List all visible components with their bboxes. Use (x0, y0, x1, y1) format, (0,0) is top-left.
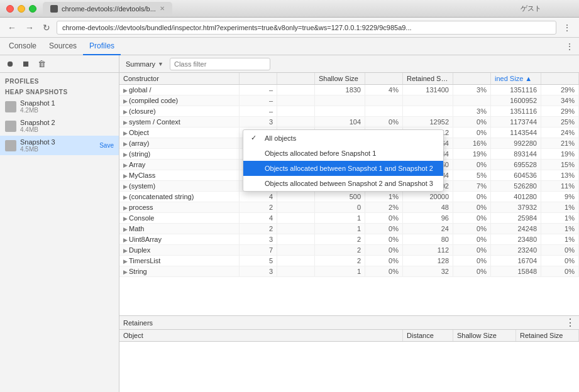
reload-button[interactable]: ↻ (40, 21, 53, 34)
browser-tab[interactable]: chrome-devtools://devtools/b... ✕ (43, 2, 172, 16)
tab-console[interactable]: Console (3, 38, 43, 55)
td-retained: 12952 (403, 117, 453, 127)
td-total-pct: 9% (541, 192, 579, 202)
td-shallow: 1830 (315, 85, 365, 95)
back-button[interactable]: ← (5, 21, 19, 34)
td-objects: 4 (240, 213, 277, 223)
dropdown-item-all-objects[interactable]: ✓ All objects (243, 130, 443, 146)
td-obj-pct (277, 245, 315, 255)
td-constructor: ▶Object (119, 128, 240, 138)
rth-shallow-size: Shallow Size (453, 330, 516, 341)
td-shallow: 104 (315, 117, 365, 127)
td-constructor: ▶TimersList (119, 256, 240, 266)
more-button[interactable]: ⋮ (560, 21, 574, 34)
td-constructor: ▶(string) (119, 149, 240, 159)
td-total-pct: 29% (541, 85, 579, 95)
snapshot-icon-3 (5, 140, 16, 151)
snapshot-item-2[interactable]: Snapshot 2 4.4MB (0, 116, 119, 136)
td-constructor: ▶system / Context (119, 117, 240, 127)
table-header: Constructor Shallow Size Retained Size i… (119, 73, 579, 85)
maximize-window-button[interactable] (29, 5, 36, 13)
table-row[interactable]: ▶String310%320%158480% (119, 266, 579, 277)
table-row[interactable]: ▶Console410%960%259841% (119, 213, 579, 224)
td-constructor: ▶(system) (119, 181, 240, 191)
dropdown-item-between-2-3[interactable]: Objects allocated between Snapshot 2 and… (243, 176, 443, 191)
table-row[interactable]: ▶Duplex720%1120%232400% (119, 245, 579, 256)
td-objects: – (240, 95, 277, 106)
close-window-button[interactable] (6, 5, 14, 13)
td-retained: 128 (403, 256, 453, 266)
table-row[interactable]: ▶process202%480%379321% (119, 202, 579, 213)
td-shallow (315, 106, 365, 116)
snapshot-save-button[interactable]: Save (99, 142, 114, 149)
td-shallow: 1 (315, 224, 365, 234)
td-total-pct: 1% (541, 234, 579, 244)
td-ret-pct: 7% (453, 181, 491, 191)
td-total-retained: 24248 (491, 224, 541, 234)
td-shallow: 1 (315, 266, 365, 276)
td-obj-pct (277, 224, 315, 234)
td-ret-pct: 0% (453, 245, 491, 255)
th-retained-pct (453, 73, 491, 84)
dropdown-item-before-snapshot1[interactable]: Objects allocated before Snapshot 1 (243, 146, 443, 161)
sidebar-toolbar: ⏺ ⏹ 🗑 (0, 55, 119, 73)
devtools-more-button[interactable]: ⋮ (563, 40, 576, 53)
table-row[interactable]: ▶system / Context31040%129520%117374425% (119, 117, 579, 128)
retainers-more-icon[interactable]: ⋮ (565, 317, 575, 329)
forward-button[interactable]: → (23, 21, 36, 34)
address-input[interactable]: chrome-devtools://devtools/bundled/inspe… (57, 21, 556, 35)
minimize-window-button[interactable] (18, 5, 25, 13)
dropdown-item-label: All objects (265, 134, 296, 142)
snapshot-info-3: Snapshot 3 4.5MB (20, 138, 96, 153)
td-sh-pct: 0% (365, 234, 403, 244)
td-obj-pct (277, 192, 315, 202)
table-row[interactable]: ▶(closure)–3%135111629% (119, 106, 579, 117)
td-ret-pct: 19% (453, 149, 491, 159)
record-button[interactable]: ⏺ (4, 58, 17, 70)
class-filter-input[interactable] (170, 58, 270, 70)
td-retained: 112 (403, 245, 453, 255)
table-row[interactable]: ▶Math210%240%242481% (119, 224, 579, 234)
td-ret-pct (453, 95, 491, 106)
snapshot-item-3[interactable]: Snapshot 3 4.5MB Save (0, 136, 119, 155)
stop-button[interactable]: ⏹ (19, 58, 33, 70)
td-shallow: 0 (315, 202, 365, 212)
td-total-pct: 1% (541, 224, 579, 234)
td-total-pct: 0% (541, 245, 579, 255)
snapshot-item-1[interactable]: Snapshot 1 4.2MB (0, 97, 119, 116)
td-constructor: ▶String (119, 266, 240, 276)
td-total-pct: 25% (541, 117, 579, 127)
view-dropdown-button[interactable]: Summary ▼ (122, 59, 167, 69)
rth-object: Object (119, 330, 403, 341)
clear-button[interactable]: 🗑 (35, 58, 48, 70)
td-sh-pct: 1% (365, 192, 403, 202)
dropdown-item-between-1-2[interactable]: Objects allocated between Snapshot 1 and… (243, 161, 443, 176)
check-icon: ✓ (251, 134, 260, 142)
td-sh-pct: 0% (365, 266, 403, 276)
dropdown-item-label: Objects allocated before Snapshot 1 (265, 150, 376, 157)
td-total-retained: 1600952 (491, 95, 541, 106)
td-total-retained: 893144 (491, 149, 541, 159)
td-total-pct: 19% (541, 149, 579, 159)
table-row[interactable]: ▶(compiled code)–160095234% (119, 95, 579, 106)
sidebar-profiles-title: Profiles (0, 73, 119, 86)
td-total-retained: 1143544 (491, 128, 541, 138)
td-ret-pct: 3% (453, 85, 491, 95)
tab-close-button[interactable]: ✕ (160, 5, 165, 12)
table-row[interactable]: ▶Uint8Array320%800%234801% (119, 234, 579, 245)
retainers-header: Retainers ⋮ (119, 316, 579, 330)
td-objects: 5 (240, 256, 277, 266)
tab-sources[interactable]: Sources (43, 38, 83, 55)
retainers-table-header: Object Distance Shallow Size Retained Si… (119, 330, 579, 342)
td-ret-pct: 0% (453, 266, 491, 276)
table-row[interactable]: ▶global /–18304%1314003%135111629% (119, 85, 579, 95)
tab-title: chrome-devtools://devtools/b... (62, 5, 156, 13)
td-constructor: ▶(closure) (119, 106, 240, 116)
th-retained-size: Retained Size (403, 73, 453, 84)
td-total-retained: 25984 (491, 213, 541, 223)
table-row[interactable]: ▶(concatenated string)45001%200000%40128… (119, 192, 579, 202)
td-retained: 24 (403, 224, 453, 234)
tab-profiles[interactable]: Profiles (83, 38, 121, 55)
snapshot-table[interactable]: Constructor Shallow Size Retained Size i… (119, 73, 579, 315)
table-row[interactable]: ▶TimersList520%1280%167040% (119, 256, 579, 266)
